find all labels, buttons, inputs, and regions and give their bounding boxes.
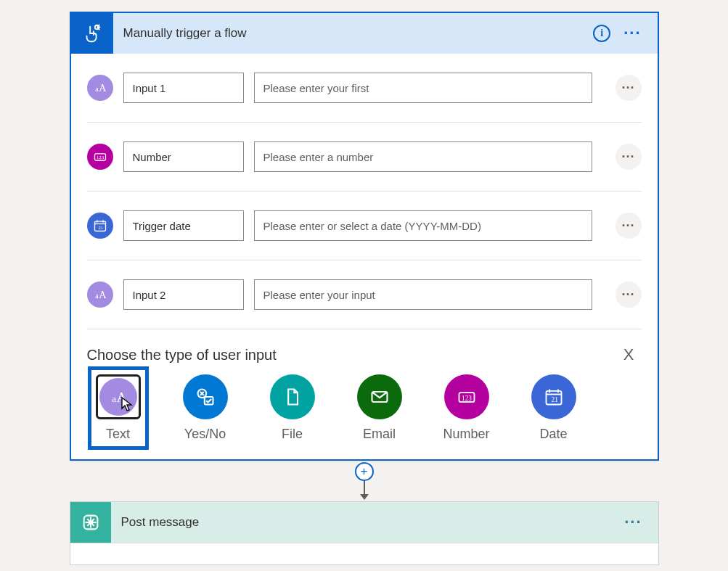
action-menu-button[interactable]: ··· xyxy=(624,519,642,526)
input-row-menu-button[interactable]: ··· xyxy=(615,144,642,170)
svg-text:A: A xyxy=(99,82,107,94)
action-header-actions: ··· xyxy=(624,519,658,526)
input-row-menu-button[interactable]: ··· xyxy=(615,213,642,239)
input-row-menu-button[interactable]: ··· xyxy=(615,75,642,101)
date-icon: 21 xyxy=(531,374,576,419)
text-icon: aA xyxy=(87,75,113,101)
trigger-icon xyxy=(71,13,113,54)
type-label: Number xyxy=(443,427,489,442)
number-icon: 123 xyxy=(444,374,489,419)
add-step-button[interactable]: + xyxy=(355,462,374,481)
input-type-date[interactable]: 21Date xyxy=(525,374,582,442)
input-placeholder-field[interactable] xyxy=(254,210,592,241)
yesno-icon xyxy=(183,374,228,419)
info-icon[interactable]: i xyxy=(593,25,610,42)
type-label: Email xyxy=(363,427,396,442)
input-type-text[interactable]: aAText xyxy=(90,374,147,442)
input-type-email[interactable]: Email xyxy=(351,374,408,442)
svg-text:a: a xyxy=(112,393,116,404)
action-icon xyxy=(70,502,111,543)
type-label: File xyxy=(282,427,303,442)
input-type-yesno[interactable]: Yes/No xyxy=(177,374,234,442)
svg-text:123: 123 xyxy=(462,395,472,402)
flow-canvas: Manually trigger a flow i ··· aA···123··… xyxy=(0,0,728,565)
input-row: 21··· xyxy=(87,192,642,260)
number-icon: 123 xyxy=(87,144,113,170)
date-icon: 21 xyxy=(87,213,113,239)
input-type-file[interactable]: File xyxy=(264,374,321,442)
email-icon xyxy=(357,374,402,419)
input-placeholder-field[interactable] xyxy=(254,279,592,310)
trigger-card: Manually trigger a flow i ··· aA···123··… xyxy=(70,12,659,461)
svg-text:21: 21 xyxy=(551,396,558,403)
svg-text:123: 123 xyxy=(97,155,105,160)
trigger-card-body: aA···123···21···aA··· Choose the type of… xyxy=(71,54,658,459)
svg-marker-27 xyxy=(360,494,369,500)
input-type-chooser: Choose the type of user input X aATextYe… xyxy=(87,329,642,442)
flow-connector: + xyxy=(355,459,374,500)
action-card: Post message ··· xyxy=(70,501,659,565)
chooser-title: Choose the type of user input xyxy=(87,347,277,363)
input-name-field[interactable] xyxy=(123,210,244,241)
input-row-menu-button[interactable]: ··· xyxy=(615,282,642,308)
trigger-title: Manually trigger a flow xyxy=(113,26,594,41)
text-icon: aA xyxy=(87,282,113,308)
file-icon xyxy=(270,374,315,419)
input-type-number[interactable]: 123Number xyxy=(438,374,495,442)
type-label: Text xyxy=(106,427,130,442)
input-row: 123··· xyxy=(87,123,642,192)
action-title: Post message xyxy=(111,515,625,530)
trigger-menu-button[interactable]: ··· xyxy=(623,30,641,37)
chooser-close-button[interactable]: X xyxy=(623,345,642,364)
svg-text:A: A xyxy=(99,289,107,300)
input-name-field[interactable] xyxy=(123,279,244,310)
type-label: Date xyxy=(539,427,567,442)
arrow-down-icon xyxy=(357,481,372,500)
input-placeholder-field[interactable] xyxy=(254,73,592,103)
trigger-card-header[interactable]: Manually trigger a flow i ··· xyxy=(71,13,658,54)
action-card-header[interactable]: Post message ··· xyxy=(70,502,658,543)
cursor-icon xyxy=(121,397,134,411)
input-row: aA··· xyxy=(87,54,642,123)
type-label: Yes/No xyxy=(184,427,226,442)
input-placeholder-field[interactable] xyxy=(254,141,592,172)
input-name-field[interactable] xyxy=(123,73,244,103)
input-name-field[interactable] xyxy=(123,141,244,172)
svg-text:21: 21 xyxy=(98,225,103,230)
input-row: aA··· xyxy=(87,260,642,329)
trigger-header-actions: i ··· xyxy=(593,25,657,42)
